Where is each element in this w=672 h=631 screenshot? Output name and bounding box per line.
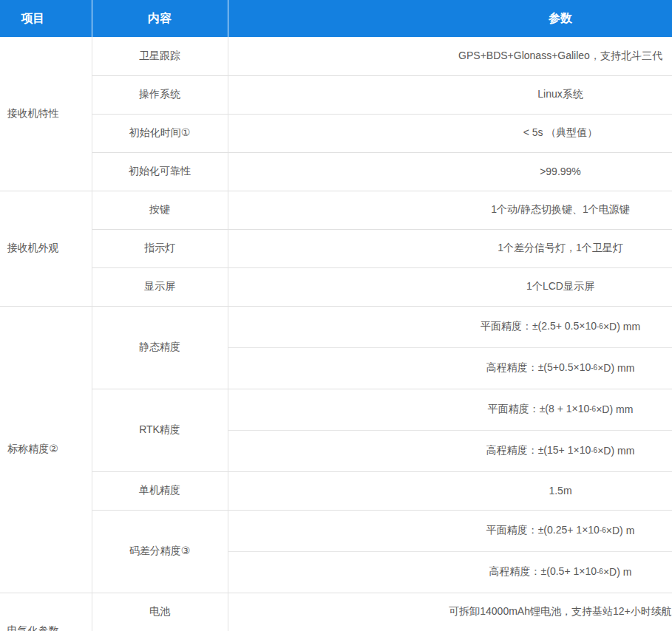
parameter-values: 平面精度：±(2.5+ 0.5×10-6×D) mm高程精度：±(5+0.5×1… (228, 306, 672, 389)
group-row: 接收机外观按键1个动/静态切换键、1个电源键指示灯1个差分信号灯，1个卫星灯显示… (0, 191, 672, 306)
parameter-values: >99.99% (228, 152, 672, 191)
parameter-value: Linux系统 (228, 75, 672, 114)
parameter-values: 1个动/静态切换键、1个电源键 (228, 191, 672, 229)
content-row: 操作系统Linux系统 (92, 75, 672, 114)
parameter-value: 1.5m (228, 471, 672, 510)
content-row: 电池可拆卸14000mAh锂电池，支持基站12+小时续航 (92, 593, 672, 631)
parameter-value: 平面精度：±(0.25+ 1×10-6×D) m (228, 510, 672, 551)
content-row: 初始化时间①< 5s （典型值） (92, 114, 672, 152)
group-label: 接收机外观 (0, 191, 92, 306)
parameter-values: 1.5m (228, 471, 672, 510)
content-row: 指示灯1个差分信号灯，1个卫星灯 (92, 229, 672, 267)
parameter-value: < 5s （典型值） (228, 114, 672, 152)
content-row: 单机精度1.5m (92, 471, 672, 510)
column-divider (92, 37, 92, 631)
header-cell-parameter: 参数 (228, 0, 672, 37)
group-rows: 电池可拆卸14000mAh锂电池，支持基站12+小时续航 (92, 593, 672, 631)
parameter-value: 平面精度：±(2.5+ 0.5×10-6×D) mm (228, 306, 672, 347)
content-label: 初始化可靠性 (92, 152, 228, 191)
group-row: 接收机特性卫星跟踪GPS+BDS+Glonass+Galileo，支持北斗三代操… (0, 37, 672, 191)
content-row: 码差分精度③平面精度：±(0.25+ 1×10-6×D) m高程精度：±(0.5… (92, 510, 672, 593)
content-row: 显示屏1个LCD显示屏 (92, 267, 672, 306)
column-divider (228, 37, 228, 631)
parameter-value: 可拆卸14000mAh锂电池，支持基站12+小时续航 (228, 593, 672, 631)
parameter-values: 1个差分信号灯，1个卫星灯 (228, 229, 672, 267)
spec-table: 项目 内容 参数 接收机特性卫星跟踪GPS+BDS+Glonass+Galile… (0, 0, 672, 631)
parameter-value: 平面精度：±(8 + 1×10-6×D) mm (228, 389, 672, 430)
parameter-value: GPS+BDS+Glonass+Galileo，支持北斗三代 (228, 37, 672, 75)
content-label: 初始化时间① (92, 114, 228, 152)
parameter-value: 高程精度：±(0.5+ 1×10-6×D) m (228, 551, 672, 593)
parameter-values: 平面精度：±(8 + 1×10-6×D) mm高程精度：±(15+ 1×10-6… (228, 389, 672, 471)
group-label: 标称精度② (0, 306, 92, 593)
content-label: 静态精度 (92, 306, 228, 389)
content-row: RTK精度平面精度：±(8 + 1×10-6×D) mm高程精度：±(15+ 1… (92, 389, 672, 471)
group-rows: 卫星跟踪GPS+BDS+Glonass+Galileo，支持北斗三代操作系统Li… (92, 37, 672, 191)
group-rows: 按键1个动/静态切换键、1个电源键指示灯1个差分信号灯，1个卫星灯显示屏1个LC… (92, 191, 672, 306)
parameter-value: 1个差分信号灯，1个卫星灯 (228, 229, 672, 267)
header-cell-content: 内容 (92, 0, 228, 37)
parameter-value: >99.99% (228, 152, 672, 191)
parameter-values: < 5s （典型值） (228, 114, 672, 152)
content-label: 指示灯 (92, 229, 228, 267)
group-row: 电气化参数电池可拆卸14000mAh锂电池，支持基站12+小时续航 (0, 593, 672, 631)
content-label: RTK精度 (92, 389, 228, 471)
content-label: 单机精度 (92, 471, 228, 510)
parameter-value: 1个动/静态切换键、1个电源键 (228, 191, 672, 229)
header-cell-item: 项目 (0, 0, 92, 37)
header-column-divider (228, 0, 228, 37)
content-label: 显示屏 (92, 267, 228, 306)
table-body: 接收机特性卫星跟踪GPS+BDS+Glonass+Galileo，支持北斗三代操… (0, 37, 672, 631)
content-label: 操作系统 (92, 75, 228, 114)
content-label: 电池 (92, 593, 228, 631)
parameter-values: 平面精度：±(0.25+ 1×10-6×D) m高程精度：±(0.5+ 1×10… (228, 510, 672, 593)
content-label: 码差分精度③ (92, 510, 228, 593)
group-row: 标称精度②静态精度平面精度：±(2.5+ 0.5×10-6×D) mm高程精度：… (0, 306, 672, 593)
content-row: 卫星跟踪GPS+BDS+Glonass+Galileo，支持北斗三代 (92, 37, 672, 75)
content-label: 按键 (92, 191, 228, 229)
group-rows: 静态精度平面精度：±(2.5+ 0.5×10-6×D) mm高程精度：±(5+0… (92, 306, 672, 593)
content-label: 卫星跟踪 (92, 37, 228, 75)
parameter-value: 1个LCD显示屏 (228, 267, 672, 306)
content-row: 静态精度平面精度：±(2.5+ 0.5×10-6×D) mm高程精度：±(5+0… (92, 306, 672, 389)
parameter-value: 高程精度：±(5+0.5×10-6×D) mm (228, 347, 672, 389)
parameter-values: Linux系统 (228, 75, 672, 114)
content-row: 按键1个动/静态切换键、1个电源键 (92, 191, 672, 229)
parameter-values: 可拆卸14000mAh锂电池，支持基站12+小时续航 (228, 593, 672, 631)
parameter-value: 高程精度：±(15+ 1×10-6×D) mm (228, 430, 672, 471)
parameter-values: GPS+BDS+Glonass+Galileo，支持北斗三代 (228, 37, 672, 75)
group-label: 接收机特性 (0, 37, 92, 191)
group-label: 电气化参数 (0, 593, 92, 631)
header-column-divider (92, 0, 92, 37)
content-row: 初始化可靠性>99.99% (92, 152, 672, 191)
parameter-values: 1个LCD显示屏 (228, 267, 672, 306)
table-header-row: 项目 内容 参数 (0, 0, 672, 37)
